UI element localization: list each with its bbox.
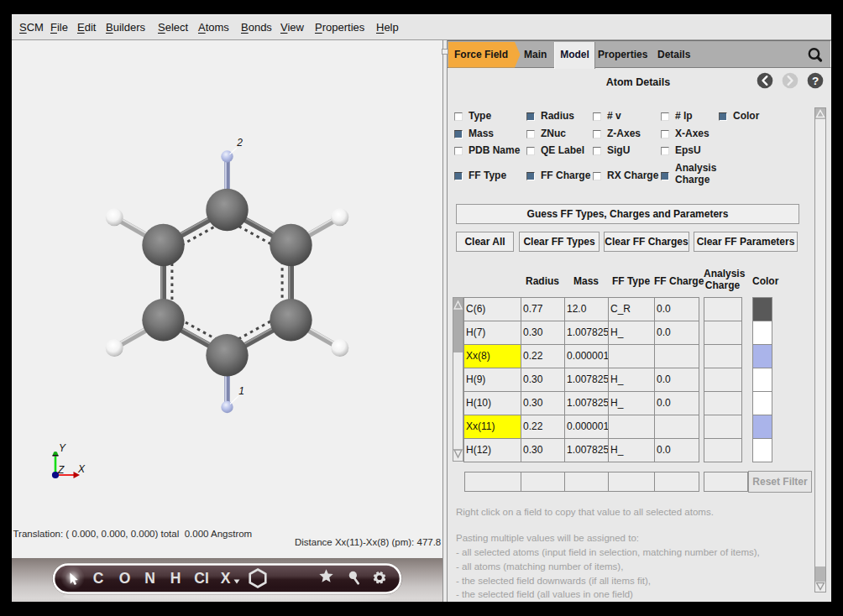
svg-text:?: ?	[812, 75, 819, 87]
svg-text:Z: Z	[57, 464, 65, 476]
svg-text:2: 2	[236, 137, 243, 149]
svg-text:Cl: Cl	[194, 570, 209, 587]
svg-text:Y: Y	[59, 442, 66, 454]
svg-text:X: X	[77, 463, 86, 475]
svg-text:H: H	[170, 570, 181, 587]
svg-text:N: N	[144, 570, 155, 587]
svg-text:C: C	[93, 570, 104, 587]
svg-text:X: X	[221, 570, 231, 587]
svg-text:O: O	[119, 570, 131, 587]
svg-text:1: 1	[238, 385, 244, 397]
